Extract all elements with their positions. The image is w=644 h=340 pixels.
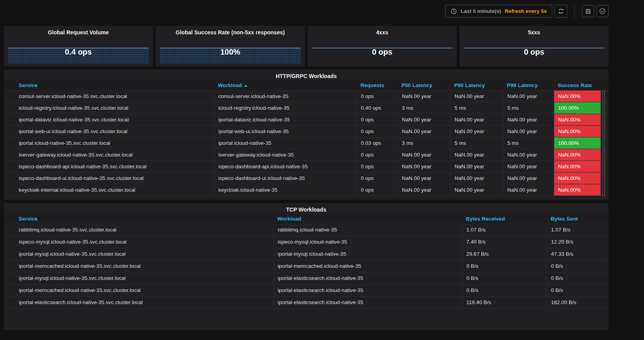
workload-cell: consul-server.icloud-native-35 (214, 91, 357, 102)
col-header-p90-latency[interactable]: P90 Latency (450, 81, 503, 90)
service-cell: ispeco-mysql.icloud-native-35.svc.cluste… (15, 236, 273, 248)
stat-panel-title[interactable]: 5xxs (460, 29, 608, 36)
bytes-sent-cell: 162.00 B/s (547, 297, 605, 308)
service-cell: ispeco-dashboard-ui.icloud-native-35.svc… (15, 173, 214, 184)
http-panel-title[interactable]: HTTP/GRPC Workloads (4, 72, 608, 81)
stat-panel: Global Request Volume 0.4 ops (4, 26, 153, 66)
bytes-received-cell: 0 B/s (462, 260, 547, 272)
workload-cell: iportal-elasticsearch.icloud-native-35 (273, 285, 462, 296)
col-header-service[interactable]: Service (15, 214, 273, 224)
service-cell: iportal-mysql.icloud-native-35.svc.clust… (15, 272, 273, 284)
p50-latency-cell: 3 ms (398, 137, 450, 149)
workload-cell: ispeco-dashboard-ui.icloud-native-35 (214, 173, 357, 184)
col-header-service[interactable]: Service (15, 81, 214, 90)
tcp-table-body: rabbitmq.icloud-native-35.svc.cluster.lo… (4, 224, 608, 309)
p99-latency-cell: NaN.00 year (503, 91, 554, 102)
stat-value: 100% (160, 48, 301, 57)
refresh-interval-label: Refresh every 5s (505, 8, 547, 14)
save-icon (585, 8, 591, 14)
p99-latency-cell: NaN.00 year (503, 161, 554, 172)
http-table-row: consul-server.icloud-native-35.svc.clust… (4, 90, 608, 102)
p50-latency-cell: NaN.00 year (398, 161, 450, 172)
workload-cell: iportal-memcached.icloud-native-35 (273, 260, 462, 272)
p50-latency-cell: NaN.00 year (398, 149, 450, 160)
tcp-workloads-panel: TCP Workloads Service Workload Bytes Rec… (4, 203, 608, 330)
http-table-row: icloud-registry.icloud-native-35.svc.clu… (4, 102, 608, 114)
workload-cell: ispeco-mysql.icloud-native-35 (273, 236, 462, 248)
requests-cell: 0 ops (357, 91, 398, 102)
stat-value: 0 ops (312, 48, 453, 57)
http-grpc-workloads-panel: HTTP/GRPC Workloads Service Workload Req… (4, 69, 608, 200)
tcp-panel-title[interactable]: TCP Workloads (4, 206, 608, 214)
col-header-bytes-received[interactable]: Bytes Received (462, 214, 547, 224)
toolbar-divider (574, 4, 575, 18)
save-button[interactable] (582, 5, 594, 17)
col-header-bytes-sent[interactable]: Bytes Sent (547, 214, 605, 224)
p99-latency-cell: NaN.00 year (503, 149, 554, 160)
p99-latency-cell: NaN.00 year (503, 114, 554, 125)
p90-latency-cell: NaN.00 year (450, 173, 503, 184)
bytes-sent-cell: 0 B/s (547, 285, 605, 296)
bytes-sent-cell: 1.07 B/s (547, 224, 605, 236)
col-header-workload[interactable]: Workload (273, 214, 462, 224)
http-table-row: iserver-gateway.icloud-native-35.svc.clu… (4, 149, 608, 160)
time-range-label: Last 5 minute(s) (460, 8, 501, 14)
dashboard-toolbar: Last 5 minute(s) Refresh every 5s (0, 0, 644, 22)
p90-latency-cell: NaN.00 year (450, 126, 503, 137)
time-range-picker[interactable]: Last 5 minute(s) Refresh every 5s (445, 5, 552, 18)
tcp-table-row: rabbitmq.icloud-native-35.svc.cluster.lo… (4, 224, 608, 236)
workload-cell: iportal-elasticsearch.icloud-native-35 (273, 297, 462, 308)
http-table-row: ispeco-dashboard-ui.icloud-native-35.svc… (4, 172, 608, 184)
p90-latency-cell: 5 ms (450, 102, 503, 114)
col-header-success-rate[interactable]: Success Rate (554, 81, 601, 90)
http-table-row: iportal-web-ui.icloud-native-35.svc.clus… (4, 125, 608, 137)
p99-latency-cell: NaN.00 year (503, 126, 554, 137)
service-cell: iportal.icloud-native-35.svc.cluster.loc… (15, 137, 214, 149)
success-rate-cell: NaN.00% (554, 114, 601, 125)
apply-button[interactable] (596, 5, 608, 17)
p90-latency-cell: 5 ms (450, 137, 503, 149)
service-cell: iportal-mysql.icloud-native-35.svc.clust… (15, 248, 273, 260)
col-header-requests[interactable]: Requests (357, 81, 398, 90)
tcp-table-row: iportal-mysql.icloud-native-35.svc.clust… (4, 248, 608, 260)
workload-cell: rabbitmq.icloud-native-35 (273, 224, 462, 236)
workload-cell: iportal-web-ui.icloud-native-35 (214, 126, 357, 137)
col-header-workload[interactable]: Workload (214, 81, 357, 90)
bytes-received-cell: 29.67 B/s (462, 248, 547, 260)
requests-cell: 0 ops (357, 184, 398, 196)
service-cell: iserver-gateway.icloud-native-35.svc.clu… (15, 149, 214, 160)
bytes-sent-cell: 12.20 B/s (547, 236, 605, 248)
service-cell: iportal-memcached.icloud-native-35.svc.c… (15, 260, 273, 272)
col-header-p99-latency[interactable]: P99 Latency (503, 81, 554, 90)
stat-value: 0.4 ops (8, 48, 149, 57)
p99-latency-cell: 5 ms (503, 102, 554, 114)
service-cell: iportal-dataviz.icloud-native-35.svc.clu… (15, 114, 214, 125)
p50-latency-cell: NaN.00 year (398, 126, 450, 137)
p90-latency-cell: NaN.00 year (450, 161, 503, 172)
service-cell: ispeco-dashboard-api.icloud-native-35.sv… (15, 161, 214, 172)
success-rate-cell: NaN.00% (554, 173, 601, 184)
refresh-button[interactable] (555, 5, 567, 18)
tcp-table-row: iportal-memcached.icloud-native-35.svc.c… (4, 284, 608, 296)
http-table-row: ispeco-dashboard-api.icloud-native-35.sv… (4, 160, 608, 172)
p99-latency-cell: NaN.00 year (503, 173, 554, 184)
p50-latency-cell: NaN.00 year (398, 184, 450, 196)
success-rate-cell: NaN.00% (554, 91, 601, 102)
workload-cell: icloud-registry.icloud-native-35 (214, 102, 357, 114)
p90-latency-cell: NaN.00 year (450, 91, 503, 102)
bytes-sent-cell: 0 B/s (547, 260, 605, 272)
bytes-received-cell: 0 B/s (462, 285, 547, 296)
p99-latency-cell: 5 ms (503, 137, 554, 149)
http-table-header: Service Workload Requests P50 Latency P9… (4, 81, 608, 90)
service-cell: iportal-web-ui.icloud-native-35.svc.clus… (15, 126, 214, 137)
table-scrollbar[interactable] (602, 90, 605, 196)
service-cell: keycloak-internal.icloud-native-35.svc.c… (15, 184, 214, 196)
stat-panel-title[interactable]: Global Request Volume (4, 29, 153, 36)
stat-panel-title[interactable]: 4xxs (308, 29, 457, 36)
stat-panel-title[interactable]: Global Success Rate (non-5xx responses) (156, 29, 305, 36)
col-header-p50-latency[interactable]: P50 Latency (398, 81, 450, 90)
tcp-table-header: Service Workload Bytes Received Bytes Se… (4, 214, 608, 224)
bytes-sent-cell: 0 B/s (547, 272, 605, 284)
success-rate-cell: NaN.00% (554, 161, 601, 172)
workload-cell: iportal.icloud-native-35 (214, 137, 357, 149)
